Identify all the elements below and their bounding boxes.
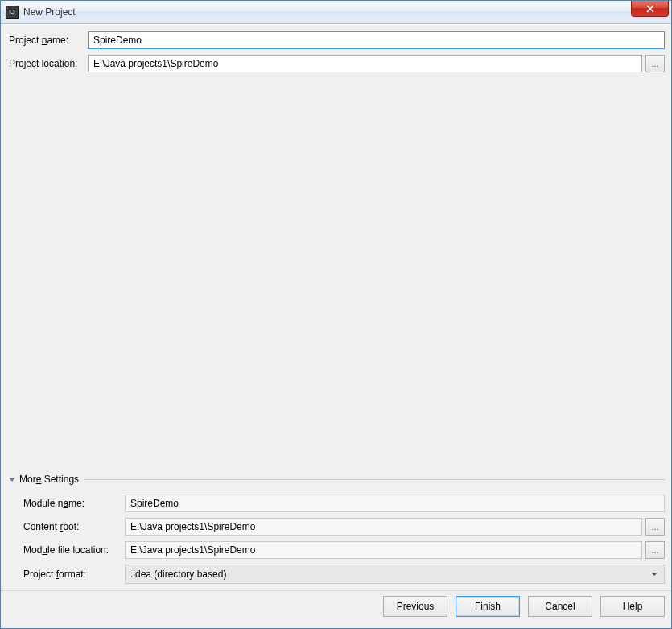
content-root-row: Content root: ... bbox=[22, 518, 665, 536]
more-settings-header[interactable]: More Settings bbox=[7, 474, 665, 485]
project-location-input[interactable] bbox=[88, 55, 642, 72]
titlebar: IJ New Project bbox=[1, 1, 671, 24]
content-area: Project name: Project location: ... More… bbox=[7, 31, 665, 590]
project-name-row: Project name: bbox=[7, 31, 665, 49]
project-format-select[interactable]: .idea (directory based) bbox=[125, 565, 665, 584]
previous-button[interactable]: Previous bbox=[383, 596, 447, 617]
window-title: New Project bbox=[23, 6, 76, 18]
content-root-browse-button[interactable]: ... bbox=[645, 518, 665, 536]
separator-line bbox=[84, 479, 665, 480]
module-file-location-row: Module file location: ... bbox=[22, 541, 665, 559]
module-file-location-label: Module file location: bbox=[22, 544, 125, 556]
module-file-location-input[interactable] bbox=[125, 541, 642, 559]
more-settings-section: More Settings Module name: Content root: bbox=[7, 474, 665, 590]
project-name-label: Project name: bbox=[7, 35, 88, 46]
chevron-down-icon bbox=[651, 573, 658, 576]
app-icon: IJ bbox=[6, 6, 19, 19]
close-icon bbox=[645, 5, 655, 13]
footer-separator bbox=[1, 590, 671, 591]
content-root-input[interactable] bbox=[125, 518, 642, 536]
module-name-input[interactable] bbox=[125, 495, 665, 512]
button-bar: Previous Finish Cancel Help bbox=[7, 596, 665, 620]
help-button[interactable]: Help bbox=[600, 596, 665, 617]
project-location-browse-button[interactable]: ... bbox=[645, 55, 665, 72]
content-root-label: Content root: bbox=[22, 521, 125, 532]
project-location-row: Project location: ... bbox=[7, 55, 665, 72]
finish-button[interactable]: Finish bbox=[456, 596, 520, 617]
module-file-location-browse-button[interactable]: ... bbox=[645, 541, 665, 559]
project-name-input[interactable] bbox=[88, 31, 665, 49]
client-area: Project name: Project location: ... More… bbox=[1, 24, 671, 628]
disclosure-triangle-icon bbox=[9, 478, 15, 482]
close-button[interactable] bbox=[631, 1, 669, 17]
more-settings-body: Module name: Content root: ... Modul bbox=[7, 495, 665, 584]
more-settings-title: More Settings bbox=[19, 474, 79, 485]
project-format-label: Project format: bbox=[22, 569, 125, 580]
new-project-dialog: IJ New Project Project name: Project loc… bbox=[0, 0, 672, 629]
module-name-row: Module name: bbox=[22, 495, 665, 512]
project-location-label: Project location: bbox=[7, 58, 88, 69]
cancel-button[interactable]: Cancel bbox=[528, 596, 592, 617]
module-name-label: Module name: bbox=[22, 498, 125, 509]
project-format-row: Project format: .idea (directory based) bbox=[22, 565, 665, 584]
project-format-value: .idea (directory based) bbox=[130, 569, 226, 580]
